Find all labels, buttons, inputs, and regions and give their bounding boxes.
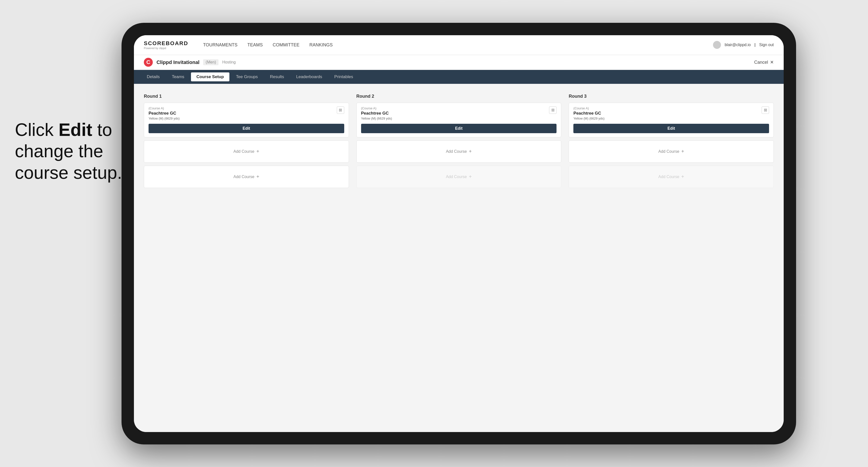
tab-course-setup[interactable]: Course Setup: [191, 72, 229, 81]
add-course-plus-icon-5: +: [681, 149, 684, 154]
top-nav: SCOREBOARD Powered by clippd TOURNAMENTS…: [134, 35, 784, 55]
round-2-title: Round 2: [356, 94, 561, 99]
round-2-course-card: (Course A) Peachtree GC Yellow (M) (6629…: [356, 103, 561, 137]
course-info-3: (Course A) Peachtree GC Yellow (M) (6629…: [574, 106, 762, 120]
course-info-2: (Course A) Peachtree GC Yellow (M) (6629…: [361, 106, 549, 120]
nav-user-email: blair@clippd.io: [725, 43, 751, 47]
tabs-bar: Details Teams Course Setup Tee Groups Re…: [134, 70, 784, 84]
sign-out-link[interactable]: Sign out: [759, 43, 774, 47]
round-1-edit-button[interactable]: Edit: [149, 124, 344, 133]
round-3-title: Round 3: [569, 94, 774, 99]
course-details-3: Yellow (M) (6629 yds): [574, 117, 762, 120]
add-course-text-2: Add Course +: [234, 174, 259, 180]
add-course-text: Add Course +: [234, 149, 259, 154]
add-course-plus-icon-4: +: [469, 174, 472, 180]
content-area: Round 1 (Course A) Peachtree GC Yellow (…: [134, 84, 784, 432]
round-3-course-card: (Course A) Peachtree GC Yellow (M) (6629…: [569, 103, 774, 137]
tab-results[interactable]: Results: [265, 72, 289, 81]
round-3-add-course-1[interactable]: Add Course +: [569, 141, 774, 163]
tablet-screen: SCOREBOARD Powered by clippd TOURNAMENTS…: [134, 35, 784, 432]
tab-details[interactable]: Details: [142, 72, 165, 81]
course-card-header-3: (Course A) Peachtree GC Yellow (M) (6629…: [569, 103, 774, 120]
course-label-3: (Course A): [574, 106, 762, 110]
add-course-text-6: Add Course +: [658, 174, 684, 180]
gender-badge: (Men): [203, 59, 218, 65]
nav-separator: |: [754, 43, 755, 47]
round-2-add-course-2: Add Course +: [356, 166, 561, 188]
round-2-edit-button[interactable]: Edit: [361, 124, 557, 133]
tournament-title: Clippd Invitational: [156, 60, 199, 65]
cancel-button[interactable]: Cancel ✕: [754, 60, 774, 65]
add-course-text-3: Add Course +: [446, 149, 472, 154]
course-delete-icon-3[interactable]: ⊠: [762, 106, 769, 114]
nav-link-teams[interactable]: TEAMS: [248, 41, 263, 49]
nav-right: blair@clippd.io | Sign out: [713, 41, 774, 49]
course-card-header: (Course A) Peachtree GC Yellow (M) (6629…: [144, 103, 349, 120]
course-name-3: Peachtree GC: [574, 111, 762, 116]
course-label: (Course A): [149, 106, 337, 110]
logo-title: SCOREBOARD: [144, 40, 188, 46]
course-delete-icon[interactable]: ⊠: [337, 106, 344, 114]
round-1-add-course-2[interactable]: Add Course +: [144, 166, 349, 188]
course-info: (Course A) Peachtree GC Yellow (M) (6629…: [149, 106, 337, 120]
add-course-plus-icon: +: [256, 149, 259, 154]
tab-printables[interactable]: Printables: [329, 72, 359, 81]
course-details-2: Yellow (M) (6629 yds): [361, 117, 549, 120]
rounds-grid: Round 1 (Course A) Peachtree GC Yellow (…: [144, 94, 774, 191]
round-3-add-course-2: Add Course +: [569, 166, 774, 188]
course-name-2: Peachtree GC: [361, 111, 549, 116]
logo-sub: Powered by clippd: [144, 46, 188, 50]
round-3-edit-button[interactable]: Edit: [574, 124, 769, 133]
course-delete-icon-2[interactable]: ⊠: [549, 106, 557, 114]
round-1-title: Round 1: [144, 94, 349, 99]
round-1-course-card: (Course A) Peachtree GC Yellow (M) (6629…: [144, 103, 349, 137]
add-course-plus-icon-6: +: [681, 174, 684, 180]
sub-header: C Clippd Invitational (Men) Hosting Canc…: [134, 55, 784, 70]
round-1-add-course-1[interactable]: Add Course +: [144, 141, 349, 163]
course-name: Peachtree GC: [149, 111, 337, 116]
course-label-2: (Course A): [361, 106, 549, 110]
sub-header-logo-icon: C: [144, 58, 153, 67]
add-course-plus-icon-3: +: [469, 149, 472, 154]
add-course-plus-icon-2: +: [256, 174, 259, 180]
round-1-column: Round 1 (Course A) Peachtree GC Yellow (…: [144, 94, 349, 191]
tab-leaderboards[interactable]: Leaderboards: [291, 72, 328, 81]
nav-link-tournaments[interactable]: TOURNAMENTS: [203, 41, 238, 49]
cancel-x-icon: ✕: [770, 60, 774, 65]
nav-links: TOURNAMENTS TEAMS COMMITTEE RANKINGS: [203, 41, 701, 49]
course-details: Yellow (M) (6629 yds): [149, 117, 337, 120]
sub-header-left: C Clippd Invitational (Men) Hosting: [144, 58, 236, 67]
nav-link-committee[interactable]: COMMITTEE: [273, 41, 300, 49]
tab-teams[interactable]: Teams: [166, 72, 190, 81]
tablet-shell: SCOREBOARD Powered by clippd TOURNAMENTS…: [122, 23, 796, 444]
round-2-add-course-1[interactable]: Add Course +: [356, 141, 561, 163]
course-card-header-2: (Course A) Peachtree GC Yellow (M) (6629…: [356, 103, 561, 120]
add-course-text-5: Add Course +: [658, 149, 684, 154]
round-3-column: Round 3 (Course A) Peachtree GC Yellow (…: [569, 94, 774, 191]
scoreboard-logo: SCOREBOARD Powered by clippd: [144, 40, 188, 50]
hosting-status: Hosting: [222, 60, 236, 64]
nav-avatar: [713, 41, 721, 49]
tab-tee-groups[interactable]: Tee Groups: [230, 72, 264, 81]
round-2-column: Round 2 (Course A) Peachtree GC Yellow (…: [356, 94, 561, 191]
nav-link-rankings[interactable]: RANKINGS: [310, 41, 333, 49]
add-course-text-4: Add Course +: [446, 174, 472, 180]
